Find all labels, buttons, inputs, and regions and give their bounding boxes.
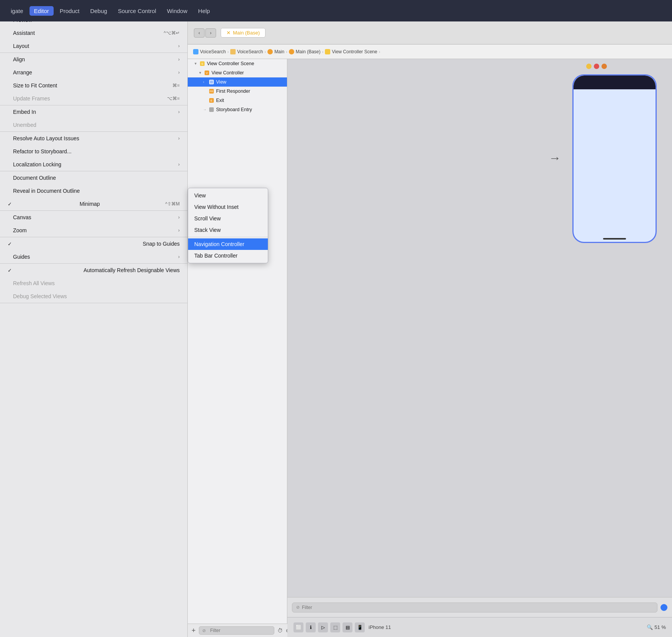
vc-outline-icon: V: [204, 70, 210, 76]
menu-update-frames: Update Frames ⌥⌘=: [0, 92, 187, 105]
menu-canvas[interactable]: Canvas ›: [0, 211, 187, 224]
outline-vc-scene[interactable]: ▼ S View Controller Scene: [188, 59, 287, 68]
menu-size-to-fit[interactable]: Size to Fit Content ⌘=: [0, 79, 187, 92]
breadcrumb-vc-scene[interactable]: View Controller Scene: [325, 49, 377, 54]
layout-icon-2[interactable]: ℹ: [306, 622, 316, 632]
menu-section-8: Snap to Guides Guides ›: [0, 237, 187, 264]
outline-clock-icon[interactable]: ⏱: [277, 627, 283, 634]
nav-buttons: ‹ ›: [194, 28, 216, 38]
device-selector: iPhone 11: [369, 624, 643, 630]
tab-icon: ✕: [226, 30, 231, 36]
outline-view-controller[interactable]: ▼ V View Controller: [188, 68, 287, 77]
menu-refactor-storyboard[interactable]: Refactor to Storyboard...: [0, 145, 187, 158]
filter-search-icon: ⊘: [296, 605, 300, 610]
folder-icon: [230, 49, 236, 54]
outline-exit[interactable]: E Exit: [188, 96, 287, 105]
outline-storyboard-entry-label: Storyboard Entry: [216, 107, 252, 112]
canvas-filter-bar: ⊘: [287, 597, 672, 617]
doc-outline-container: ▼ S View Controller Scene ▼ V View Contr…: [188, 59, 287, 637]
main-base-tab[interactable]: ✕ Main (Base): [221, 28, 266, 38]
tab-label: Main (Base): [233, 30, 260, 36]
canvas-filter-field[interactable]: [302, 605, 653, 610]
view-outline-icon: [208, 79, 215, 85]
menu-zoom[interactable]: Zoom ›: [0, 224, 187, 237]
submenu-navigation-controller[interactable]: Navigation Controller: [188, 238, 268, 250]
outline-exit-label: Exit: [216, 98, 224, 103]
submenu-stack-view[interactable]: Stack View: [188, 224, 268, 236]
menu-debug[interactable]: Debug: [85, 6, 111, 16]
first-responder-icon: FR: [208, 88, 215, 94]
menu-layout[interactable]: Layout ›: [0, 39, 187, 53]
menu-editor[interactable]: Editor: [30, 6, 54, 16]
menu-assistant[interactable]: Assistant ^⌥⌘↵: [0, 26, 187, 39]
menu-source-control[interactable]: Source Control: [113, 6, 161, 16]
outline-storyboard-entry[interactable]: → Storyboard Entry: [188, 105, 287, 114]
menu-document-outline[interactable]: Document Outline: [0, 171, 187, 184]
filter-icon: ⊘: [202, 628, 206, 633]
svg-text:V: V: [206, 71, 208, 75]
outline-vc-label: View Controller: [211, 70, 244, 76]
menu-arrange[interactable]: Arrange ›: [0, 66, 187, 79]
forward-button[interactable]: ›: [205, 28, 216, 38]
outline-first-responder-label: First Responder: [216, 89, 250, 94]
outline-view-label: View: [216, 79, 226, 85]
iphone-notch: [599, 76, 630, 84]
zoom-label: 51 %: [654, 624, 666, 630]
submenu-divider: [188, 237, 268, 237]
storyboard-icon: [267, 49, 273, 54]
menu-resolve-auto-layout[interactable]: Resolve Auto Layout Issues ›: [0, 132, 187, 145]
outline-vc-scene-label: View Controller Scene: [207, 61, 254, 66]
menu-section-4: Embed In › Unembed: [0, 105, 187, 132]
breadcrumb-voicesearch-app[interactable]: VoiceSearch: [193, 49, 226, 54]
back-button[interactable]: ‹: [194, 28, 205, 38]
menu-reveal-outline[interactable]: Reveal in Document Outline: [0, 184, 187, 197]
storyboard-entry-icon: [208, 107, 215, 113]
menu-snap-to-guides[interactable]: Snap to Guides: [0, 237, 187, 250]
breadcrumb-main-base[interactable]: Main (Base): [289, 49, 321, 54]
content-area: ▼ S View Controller Scene ▼ V View Contr…: [188, 59, 672, 637]
submenu-scroll-view[interactable]: Scroll View: [188, 213, 268, 224]
layout-icon-1[interactable]: ⬜: [293, 622, 303, 632]
submenu-tab-bar-controller[interactable]: Tab Bar Controller: [188, 250, 268, 261]
menu-product[interactable]: Product: [55, 6, 84, 16]
traffic-light-yellow: [586, 64, 592, 69]
layout-icon-4[interactable]: ⬚: [330, 622, 340, 632]
layout-icon-5[interactable]: ▤: [343, 622, 352, 632]
menu-align[interactable]: Align ›: [0, 53, 187, 66]
layout-icon-6[interactable]: 📱: [355, 622, 365, 632]
outline-view[interactable]: › View: [188, 77, 287, 87]
menu-bar: igate Editor Product Debug Source Contro…: [0, 0, 672, 21]
menu-localization-locking[interactable]: Localization Locking ›: [0, 158, 187, 171]
submenu-view[interactable]: View: [188, 190, 268, 201]
svg-rect-10: [209, 107, 214, 112]
menu-section-5: Resolve Auto Layout Issues › Refactor to…: [0, 132, 187, 171]
canvas-bottom-bar: ⬜ ℹ ▷ ⬚ ▤ 📱 iPhone 11 🔍 51 %: [287, 617, 672, 637]
menu-section-3: Align › Arrange › Size to Fit Content ⌘=…: [0, 53, 187, 105]
outline-add-button[interactable]: +: [192, 627, 196, 635]
canvas: → ⬜ ℹ ▷ ⬚ ▤ 📱 iPhone 11: [287, 59, 672, 637]
menu-window[interactable]: Window: [162, 6, 192, 16]
outline-filter-input[interactable]: [207, 626, 271, 635]
menu-igate[interactable]: igate: [6, 6, 28, 16]
breadcrumb-row: VoiceSearch › VoiceSearch › Main › Main …: [188, 44, 672, 59]
app-icon: [193, 49, 198, 54]
zoom-icon[interactable]: 🔍: [647, 624, 653, 630]
canvas-arrow: →: [549, 151, 561, 165]
menu-auto-refresh[interactable]: Automatically Refresh Designable Views: [0, 264, 187, 277]
breadcrumb-voicesearch-folder[interactable]: VoiceSearch: [230, 49, 263, 54]
breadcrumb-main[interactable]: Main: [267, 49, 284, 54]
storyboard-area: ‹ › ✕ Main (Base) VoiceSearch › VoiceSea…: [188, 21, 672, 637]
outline-bottom-bar: + ⊘ ⏱ ⊕: [188, 624, 287, 637]
menu-embed-in[interactable]: Embed In ›: [0, 105, 187, 118]
traffic-light-orange: [602, 64, 607, 69]
menu-help[interactable]: Help: [193, 6, 215, 16]
svg-text:E: E: [210, 99, 212, 102]
storyboard-base-icon: [289, 49, 294, 54]
outline-first-responder[interactable]: FR First Responder: [188, 87, 287, 96]
svg-text:FR: FR: [210, 90, 213, 93]
layout-icon-3[interactable]: ▷: [318, 622, 328, 632]
scene-icon: [325, 49, 330, 54]
submenu-view-without-inset[interactable]: View Without Inset: [188, 201, 268, 213]
menu-guides[interactable]: Guides ›: [0, 250, 187, 263]
menu-minimap[interactable]: Minimap ^⇧⌘M: [0, 197, 187, 210]
